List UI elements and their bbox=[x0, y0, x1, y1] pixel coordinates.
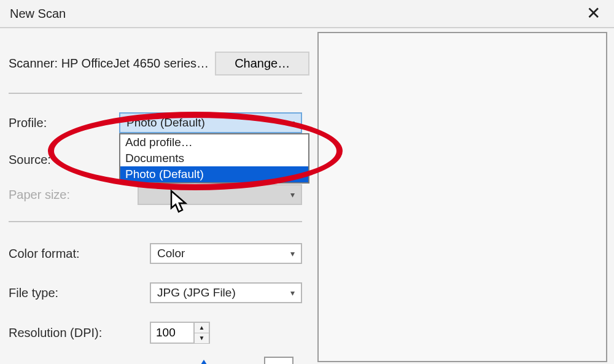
paper-size-combobox: ▾ bbox=[138, 184, 302, 205]
scanner-label-prefix: Scanner: bbox=[9, 56, 58, 70]
preview-pane bbox=[317, 32, 607, 362]
chevron-down-icon: ▾ bbox=[290, 249, 295, 258]
profile-dropdown-list[interactable]: Add profile… Documents Photo (Default) bbox=[119, 133, 309, 184]
spinner-buttons: ▲ ▼ bbox=[194, 322, 210, 344]
profile-row: Profile: Photo (Default) ▾ Add profile… … bbox=[9, 112, 302, 133]
resolution-spinner[interactable]: ▲ ▼ bbox=[150, 322, 210, 344]
source-label: Source: bbox=[9, 153, 119, 167]
spinner-down-icon[interactable]: ▼ bbox=[195, 333, 209, 343]
scanner-device-name: HP OfficeJet 4650 series… bbox=[61, 56, 209, 70]
profile-label: Profile: bbox=[9, 116, 119, 130]
slider-thumb-icon[interactable] bbox=[198, 360, 210, 364]
titlebar: New Scan ✕ bbox=[0, 0, 614, 28]
file-type-row: File type: JPG (JPG File) ▾ bbox=[9, 282, 302, 303]
settings-pane: Scanner: HP OfficeJet 4650 series… Chang… bbox=[0, 28, 311, 364]
resolution-input[interactable] bbox=[150, 322, 194, 344]
color-format-value: Color bbox=[157, 247, 185, 260]
scanner-label: Scanner: HP OfficeJet 4650 series… bbox=[9, 56, 209, 71]
profile-selected-value: Photo (Default) bbox=[126, 116, 205, 130]
color-format-label: Color format: bbox=[9, 247, 119, 261]
profile-option-documents[interactable]: Documents bbox=[120, 150, 308, 166]
partial-field bbox=[264, 357, 293, 364]
paper-size-row: Paper size: ▾ bbox=[9, 184, 302, 205]
window-title: New Scan bbox=[10, 7, 66, 21]
chevron-down-icon: ▾ bbox=[290, 118, 295, 128]
dialog-body: Scanner: HP OfficeJet 4650 series… Chang… bbox=[0, 28, 614, 364]
resolution-label: Resolution (DPI): bbox=[9, 326, 138, 340]
change-scanner-button[interactable]: Change… bbox=[215, 52, 309, 76]
profile-option-add[interactable]: Add profile… bbox=[120, 134, 308, 150]
file-type-value: JPG (JPG File) bbox=[157, 286, 236, 300]
close-icon[interactable]: ✕ bbox=[580, 2, 607, 25]
file-type-label: File type: bbox=[9, 286, 119, 300]
color-format-combobox[interactable]: Color ▾ bbox=[150, 243, 302, 264]
color-format-row: Color format: Color ▾ bbox=[9, 243, 302, 264]
chevron-down-icon: ▾ bbox=[290, 190, 295, 199]
profile-combobox[interactable]: Photo (Default) ▾ bbox=[119, 112, 302, 133]
resolution-row: Resolution (DPI): ▲ ▼ bbox=[9, 322, 302, 344]
file-type-combobox[interactable]: JPG (JPG File) ▾ bbox=[150, 282, 302, 303]
paper-size-label: Paper size: bbox=[9, 188, 119, 202]
separator bbox=[9, 93, 302, 94]
chevron-down-icon: ▾ bbox=[290, 288, 295, 298]
spinner-up-icon[interactable]: ▲ bbox=[195, 323, 209, 333]
profile-option-photo-default[interactable]: Photo (Default) bbox=[120, 166, 308, 182]
scanner-row: Scanner: HP OfficeJet 4650 series… Chang… bbox=[9, 52, 302, 76]
separator bbox=[9, 221, 302, 222]
